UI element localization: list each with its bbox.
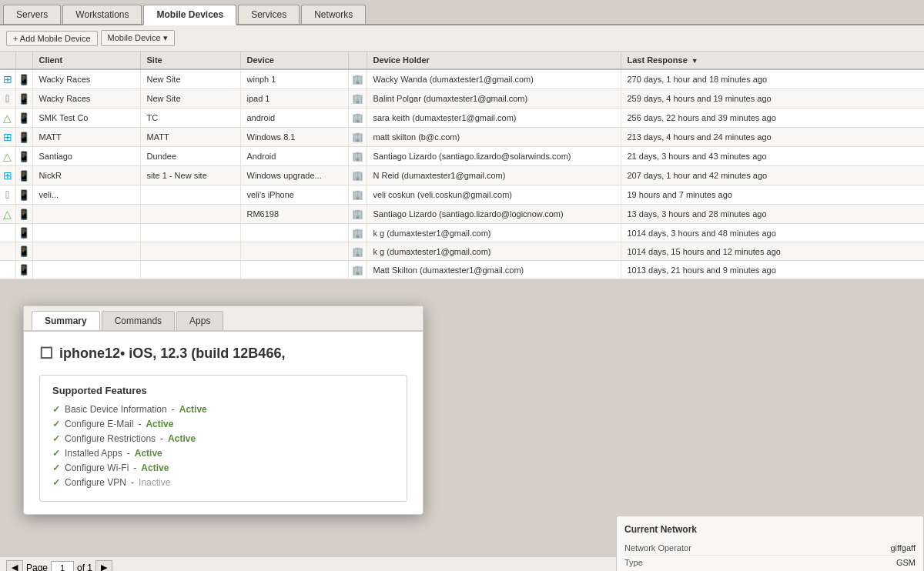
mobile-device-dropdown[interactable]: Mobile Device ▾ — [101, 30, 175, 46]
table-row[interactable]: 📱 🏢 k g (dumaxtester1@gmail.com) 1014 da… — [0, 242, 924, 261]
feature-label: Configure Restrictions — [65, 433, 156, 444]
network-value: GSM — [896, 558, 916, 567]
tab-networks[interactable]: Networks — [301, 5, 366, 24]
table-row[interactable]: ⊞ 📱 MATT MATT Windows 8.1 🏢 matt skilton… — [0, 128, 924, 147]
table-row[interactable]: 📱 🏢 k g (dumaxtester1@gmail.com) 1014 da… — [0, 224, 924, 242]
col-client-header[interactable]: Client — [32, 52, 140, 69]
table-row[interactable]:  📱 veli... veli's iPhone 🏢 veli coskun … — [0, 185, 924, 205]
feature-dash: - — [127, 448, 130, 459]
feature-dash: - — [131, 477, 134, 488]
response-cell: 256 days, 22 hours and 39 minutes ago — [621, 109, 924, 128]
col-site-header[interactable]: Site — [140, 52, 240, 69]
network-label: Type — [624, 558, 643, 567]
feature-label: Installed Apps — [65, 448, 122, 459]
feature-item: ✓ Configure VPN - Inactive — [52, 477, 394, 488]
table-row[interactable]: ⊞ 📱 NickR site 1 - New site Windows upgr… — [0, 166, 924, 185]
response-cell: 1013 days, 21 hours and 9 minutes ago — [621, 261, 924, 279]
table-row[interactable]:  📱 Wacky Races New Site ipad 1 🏢 Balint… — [0, 89, 924, 109]
tab-mobile-devices[interactable]: Mobile Devices — [143, 5, 236, 25]
device-type-cell: 📱 — [15, 69, 32, 89]
client-cell — [32, 205, 140, 224]
feature-check-icon: ✓ — [52, 462, 60, 473]
tab-services[interactable]: Services — [238, 5, 300, 24]
site-cell — [140, 224, 240, 242]
holder-cell: Santiago Lizardo (santiago.lizardo@logic… — [367, 205, 621, 224]
site-cell: Dundee — [140, 147, 240, 166]
os-icon-cell — [0, 261, 15, 279]
col-response-header[interactable]: Last Response ▼ — [621, 52, 924, 69]
col-device-header[interactable]: Device — [240, 52, 348, 69]
building-icon-cell: 🏢 — [348, 147, 367, 166]
tab-servers[interactable]: Servers — [3, 5, 61, 24]
building-icon-cell: 🏢 — [348, 185, 367, 205]
feature-label: Basic Device Information — [65, 404, 167, 415]
table-row[interactable]: △ 📱 RM6198 🏢 Santiago Lizardo (santiago.… — [0, 205, 924, 224]
toolbar: + Add Mobile Device Mobile Device ▾ — [0, 25, 924, 52]
holder-cell: Matt Skilton (dumaxtester1@gmail.com) — [367, 261, 621, 279]
site-cell — [140, 242, 240, 261]
os-icon-cell: ⊞ — [0, 128, 15, 147]
client-cell — [32, 224, 140, 242]
building-icon-cell: 🏢 — [348, 205, 367, 224]
tab-commands[interactable]: Commands — [102, 311, 175, 330]
holder-cell: sara keith (dumaxtester1@gmail.com) — [367, 109, 621, 128]
detail-body: ☐ iphone12• iOS, 12.3 (build 12B466, Sup… — [24, 332, 423, 514]
network-value: giffgaff — [890, 543, 916, 553]
client-cell: Wacky Races — [32, 69, 140, 89]
site-cell: MATT — [140, 128, 240, 147]
add-mobile-device-button[interactable]: + Add Mobile Device — [6, 31, 98, 46]
holder-cell: Balint Polgar (dumaxtester1@gmail.com) — [367, 89, 621, 109]
prev-page-button[interactable]: ◀ — [6, 560, 23, 571]
device-cell: Windows 8.1 — [240, 128, 348, 147]
holder-cell: k g (dumaxtester1@gmail.com) — [367, 224, 621, 242]
os-icon-cell:  — [0, 89, 15, 109]
site-cell: site 1 - New site — [140, 166, 240, 185]
next-page-button[interactable]: ▶ — [95, 560, 112, 571]
response-cell: 1014 days, 3 hours and 48 minutes ago — [621, 224, 924, 242]
page-input[interactable] — [51, 561, 74, 572]
site-cell: New Site — [140, 69, 240, 89]
feature-status: Active — [135, 448, 162, 459]
building-icon-cell: 🏢 — [348, 109, 367, 128]
feature-check-icon: ✓ — [52, 433, 60, 444]
os-icon-cell: △ — [0, 205, 15, 224]
table-row[interactable]: △ 📱 Santiago Dundee Android 🏢 Santiago L… — [0, 147, 924, 166]
table-row[interactable]: ⊞ 📱 Wacky Races New Site winph 1 🏢 Wacky… — [0, 69, 924, 89]
device-type-cell: 📱 — [15, 109, 32, 128]
device-type-cell: 📱 — [15, 89, 32, 109]
col-holder-header[interactable]: Device Holder — [367, 52, 621, 69]
device-cell: ipad 1 — [240, 89, 348, 109]
top-tab-bar: Servers Workstations Mobile Devices Serv… — [0, 0, 924, 25]
feature-status: Inactive — [139, 477, 170, 488]
col-building-header[interactable] — [348, 52, 367, 69]
network-row: Type GSM — [624, 556, 916, 569]
response-cell: 19 hours and 7 minutes ago — [621, 185, 924, 205]
response-cell: 13 days, 3 hours and 28 minutes ago — [621, 205, 924, 224]
feature-item: ✓ Configure Restrictions - Active — [52, 433, 394, 444]
feature-status: Active — [141, 462, 169, 473]
device-title: ☐ iphone12• iOS, 12.3 (build 12B466, — [39, 344, 407, 362]
supported-features-box: Supported Features ✓ Basic Device Inform… — [39, 375, 407, 502]
client-cell — [32, 261, 140, 279]
col-os-header[interactable] — [0, 52, 15, 69]
building-icon-cell: 🏢 — [348, 224, 367, 242]
feature-status: Active — [168, 433, 196, 444]
col-device-icon-header[interactable] — [15, 52, 32, 69]
device-type-cell: 📱 — [15, 205, 32, 224]
holder-cell: k g (dumaxtester1@gmail.com) — [367, 242, 621, 261]
response-cell: 270 days, 1 hour and 18 minutes ago — [621, 69, 924, 89]
tab-summary[interactable]: Summary — [32, 311, 100, 330]
device-cell: RM6198 — [240, 205, 348, 224]
device-type-cell: 📱 — [15, 242, 32, 261]
feature-check-icon: ✓ — [52, 419, 60, 429]
feature-item: ✓ Basic Device Information - Active — [52, 404, 394, 415]
device-cell — [240, 261, 348, 279]
feature-item: ✓ Configure Wi-Fi - Active — [52, 462, 394, 473]
client-cell: veli... — [32, 185, 140, 205]
tab-apps[interactable]: Apps — [176, 311, 223, 330]
site-cell — [140, 205, 240, 224]
table-row[interactable]: △ 📱 SMK Test Co TC android 🏢 sara keith … — [0, 109, 924, 128]
table-row[interactable]: 📱 🏢 Matt Skilton (dumaxtester1@gmail.com… — [0, 261, 924, 279]
feature-status: Active — [179, 404, 207, 415]
tab-workstations[interactable]: Workstations — [62, 5, 142, 24]
